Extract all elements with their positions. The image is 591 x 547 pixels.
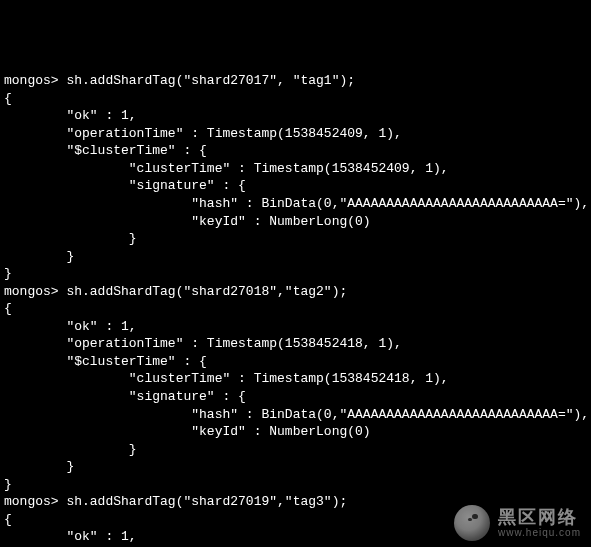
mushroom-icon [454,505,490,541]
watermark-url: www.heiqu.com [498,528,581,538]
watermark-title: 黑区网络 [498,508,581,526]
terminal-output: mongos> sh.addShardTag("shard27017", "ta… [4,73,589,547]
watermark: 黑区网络 www.heiqu.com [454,505,581,541]
